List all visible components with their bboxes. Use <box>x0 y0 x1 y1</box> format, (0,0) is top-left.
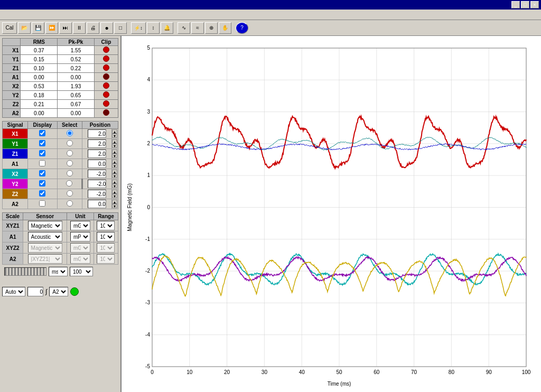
position-spinner-a1[interactable]: ▲ ▼ <box>112 160 118 168</box>
signal-display-y1[interactable] <box>27 139 57 149</box>
led-a2 <box>103 109 109 116</box>
position-input-z2[interactable] <box>88 190 106 198</box>
position-input-x2[interactable] <box>88 170 106 178</box>
position-input-a1[interactable] <box>88 160 106 168</box>
position-spinner-x2[interactable]: ▲ ▼ <box>112 170 118 178</box>
wave3-button[interactable]: ⊕ <box>205 22 218 34</box>
range-select-a1[interactable]: 10 1 100 <box>97 232 115 241</box>
position-spinner-a2[interactable]: ▲ ▼ <box>112 200 118 208</box>
square-button[interactable]: □ <box>114 22 127 34</box>
scale-row-a1: A1 Acoustic Acoustic Magnetic mPa G T 10… <box>3 231 118 242</box>
position-spinner-y1[interactable]: ▲ ▼ <box>112 139 118 148</box>
time-slider[interactable] <box>4 267 46 276</box>
display-checkbox-a2[interactable] <box>39 200 45 207</box>
display-checkbox-y2[interactable] <box>39 180 45 186</box>
position-input-y1[interactable] <box>88 139 106 148</box>
wave1-button[interactable]: ∿ <box>178 22 190 34</box>
save-button[interactable]: 💾 <box>32 22 44 34</box>
position-spinner-x1[interactable]: ▲ ▼ <box>112 129 118 138</box>
bell-button[interactable]: 🔔 <box>161 22 173 34</box>
time-row: ms s µs 100 50 200 <box>2 267 118 276</box>
select-radio-y1[interactable] <box>67 140 73 146</box>
maximize-button[interactable]: □ <box>521 1 529 8</box>
menu-file[interactable] <box>1 14 7 16</box>
signal-display-x2[interactable] <box>27 169 57 179</box>
pause-button[interactable]: ⏸ <box>73 22 86 34</box>
trigger-level-select[interactable]: Auto Manual <box>2 287 25 296</box>
print-button[interactable]: 🖨 <box>87 22 99 34</box>
stats-rms-x1: 0.37 <box>21 46 58 55</box>
position-spinner-y2[interactable]: ▲ ▼ <box>112 180 118 188</box>
up-down-button[interactable]: ↕ <box>147 22 160 34</box>
position-input-a2[interactable] <box>88 200 106 208</box>
display-checkbox-y1[interactable] <box>39 140 45 146</box>
menu-window[interactable] <box>14 14 20 16</box>
unit-select-a1[interactable]: mPa G T <box>70 232 90 241</box>
position-input-y2[interactable] <box>88 180 106 188</box>
scale-label-a2: A2 <box>3 254 23 265</box>
signal-display-x1[interactable] <box>27 129 57 139</box>
open-button[interactable]: 📂 <box>18 22 31 34</box>
signal-select-x2[interactable] <box>57 169 82 179</box>
time-unit-select[interactable]: ms s µs <box>49 267 68 276</box>
position-spinner-z1[interactable]: ▲ ▼ <box>112 150 118 158</box>
wave2-button[interactable]: ≈ <box>191 22 204 34</box>
time-value-select[interactable]: 100 50 200 <box>70 267 93 276</box>
display-checkbox-z1[interactable] <box>39 150 45 156</box>
record-button[interactable]: ● <box>100 22 113 34</box>
menu-tools[interactable] <box>7 14 14 16</box>
hand-button[interactable]: ✋ <box>219 22 231 34</box>
trigger-section: Auto Manual ∫ A2 A1 X1 <box>2 287 118 296</box>
select-radio-y2[interactable] <box>66 180 72 186</box>
range-select-xyz1[interactable]: 10 1 100 <box>97 221 115 230</box>
signal-select-a2[interactable] <box>57 199 82 209</box>
led-z1 <box>103 64 109 71</box>
menu-help[interactable] <box>20 14 26 16</box>
forward-button[interactable]: ⏩ <box>45 22 58 34</box>
select-radio-z2[interactable] <box>67 190 73 197</box>
signal-display-y2[interactable] <box>27 179 57 189</box>
scale-row-xyz2: XYZ2 Magnetic Acoustic Magnetic mG G T 1… <box>3 242 118 254</box>
main-area: RMS Pk-Pk Clip X1 0.37 1.55 Y1 0.15 0.52… <box>0 36 541 392</box>
help-button[interactable]: ? <box>236 22 248 34</box>
position-input-z1[interactable] <box>88 150 106 158</box>
sensor-select-xyz1[interactable]: Magnetic Acoustic Magnetic <box>28 221 62 230</box>
signal-display-z1[interactable] <box>27 149 57 159</box>
display-checkbox-x1[interactable] <box>39 130 45 136</box>
end-button[interactable]: ⏭ <box>59 22 72 34</box>
unit-select-xyz1[interactable]: mG G T <box>70 221 90 230</box>
signal-display-z2[interactable] <box>27 189 57 199</box>
signal-display-a1[interactable] <box>27 159 57 169</box>
stats-label-y2: Y2 <box>3 91 21 100</box>
select-radio-a1[interactable] <box>67 160 73 166</box>
auto-button[interactable]: ⚡↕ <box>131 22 146 34</box>
edge-source-select[interactable]: A2 A1 X1 <box>49 287 68 296</box>
select-radio-x1[interactable] <box>67 130 73 136</box>
close-button[interactable]: × <box>530 1 539 8</box>
display-checkbox-x2[interactable] <box>39 170 45 176</box>
signal-select-y2[interactable] <box>57 179 82 189</box>
stats-rms-x2: 0.53 <box>21 82 58 91</box>
signal-select-x1[interactable] <box>57 129 82 139</box>
scale-col-sensor: Sensor <box>23 213 67 220</box>
display-checkbox-z2[interactable] <box>39 190 45 197</box>
signal-select-y1[interactable] <box>57 139 82 149</box>
signal-display-a2[interactable] <box>27 199 57 209</box>
sensor-select-a1[interactable]: Acoustic Acoustic Magnetic <box>28 232 62 241</box>
stats-col-rms: RMS <box>21 39 58 46</box>
signal-select-z1[interactable] <box>57 149 82 159</box>
trigger-value-input[interactable] <box>27 287 43 296</box>
minimize-button[interactable]: _ <box>511 1 520 8</box>
signal-select-z2[interactable] <box>57 189 82 199</box>
signal-select-a1[interactable] <box>57 159 82 169</box>
display-checkbox-a1[interactable] <box>39 160 45 166</box>
window-controls: _ □ × <box>511 1 539 8</box>
select-radio-x2[interactable] <box>67 170 73 176</box>
position-spinner-z2[interactable]: ▲ ▼ <box>112 190 118 198</box>
cal-button[interactable]: Cal <box>2 22 17 34</box>
stats-col-clip: Clip <box>94 39 118 46</box>
select-radio-z1[interactable] <box>67 150 73 156</box>
position-input-x1[interactable] <box>88 129 106 138</box>
signal-label-x2: X2 <box>3 169 28 179</box>
select-radio-a2[interactable] <box>67 200 73 207</box>
